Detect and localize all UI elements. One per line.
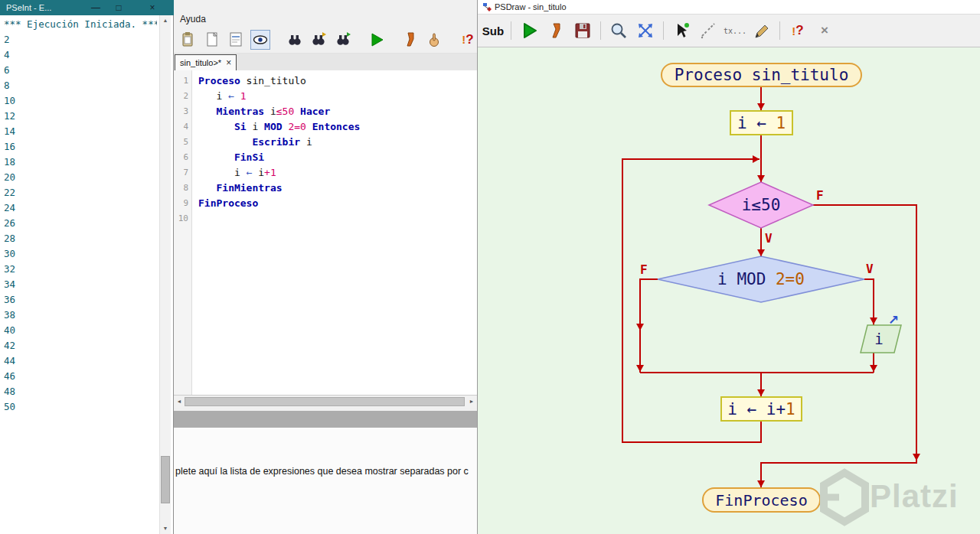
flow-start-node[interactable]: Proceso sin_titulo: [661, 63, 862, 87]
code-line: Proceso sin_titulo: [198, 73, 477, 89]
help-button[interactable]: !?: [459, 30, 477, 50]
view-flowchart-eye-icon[interactable]: [250, 30, 270, 50]
binoculars-icon-svg: [286, 31, 304, 49]
psdraw-step-button[interactable]: [544, 19, 567, 42]
step-debug-icon[interactable]: [309, 30, 328, 50]
help-question-icon: ?: [466, 32, 473, 47]
console-line: 6: [4, 63, 157, 78]
psdraw-help-button[interactable]: !?: [786, 19, 809, 42]
console-line: 32: [4, 262, 157, 277]
scroll-down-icon[interactable]: ▼: [160, 523, 171, 534]
psdraw-window: PSDraw - sin_titulo Sub: [477, 0, 980, 534]
toolbar-separator: [511, 21, 511, 40]
while-true-label: V: [765, 231, 773, 246]
psdraw-toolbar: Sub tx...: [478, 14, 980, 47]
paste-icon[interactable]: [178, 30, 197, 50]
console-line: 46: [4, 369, 157, 384]
output-parallelogram[interactable]: [861, 325, 901, 353]
line-number: 6: [174, 150, 191, 165]
zoom-icon[interactable]: [607, 19, 630, 42]
flow-end-node[interactable]: FinProceso: [702, 487, 821, 513]
code-text[interactable]: Proceso sin_titulo i ← 1 Mientras i≤50 H…: [192, 70, 477, 395]
console-titlebar[interactable]: PSeInt - E... — □ ×: [0, 0, 174, 15]
psdraw-step-icon: [546, 21, 566, 41]
tab-label: sin_titulo>*: [180, 58, 221, 67]
console-window: PSeInt - E... — □ × *** Ejecución Inicia…: [0, 0, 174, 534]
save-button[interactable]: [571, 19, 594, 42]
fit-view-icon-svg: [635, 21, 655, 41]
splitter-bar[interactable]: [174, 411, 477, 428]
console-line: 16: [4, 139, 157, 155]
console-line: 30: [4, 246, 157, 262]
code-line: i ← i+1: [198, 165, 477, 181]
text-tool-button[interactable]: tx...: [724, 19, 746, 42]
code-editor[interactable]: 12345678910 Proceso sin_titulo i ← 1 Mie…: [174, 70, 477, 395]
console-line: 26: [4, 216, 157, 231]
psdraw-run-button[interactable]: [518, 19, 541, 42]
maximize-icon[interactable]: □: [112, 0, 126, 15]
tab-sin-titulo[interactable]: sin_titulo>* ×: [175, 54, 237, 70]
scroll-left-icon[interactable]: ◄: [174, 396, 185, 408]
fit-view-icon[interactable]: [634, 19, 657, 42]
trace-debug-icon[interactable]: [333, 30, 351, 50]
toolbar-separator: [663, 21, 664, 40]
dashed-line-tool-icon[interactable]: [697, 19, 720, 42]
select-pointer-icon[interactable]: [670, 19, 693, 42]
flow-assign-i-1-node[interactable]: i ← 1: [730, 110, 793, 135]
console-line: 10: [4, 93, 157, 109]
binoculars-icon[interactable]: [286, 30, 304, 50]
console-scrollbar[interactable]: ▲ ▼: [159, 15, 171, 534]
psdraw-run-icon: [519, 21, 539, 41]
menu-ayuda[interactable]: Ayuda: [180, 14, 206, 24]
edit-pencil-icon[interactable]: [750, 19, 773, 42]
flow-assign-increment-node[interactable]: i ← i+1: [720, 396, 802, 422]
text-tool-label: tx...: [724, 27, 746, 35]
console-line: 20: [4, 170, 157, 185]
console-line: 42: [4, 338, 157, 353]
subprocess-button[interactable]: Sub: [482, 19, 505, 42]
console-title: PSeInt - E...: [6, 0, 51, 15]
horizontal-scrollbar[interactable]: ◄ ►: [174, 395, 477, 408]
close-icon[interactable]: ×: [145, 0, 159, 15]
psdraw-close-button[interactable]: ×: [813, 19, 836, 42]
line-number: 8: [174, 181, 191, 196]
console-line: 2: [4, 32, 157, 47]
console-line: 22: [4, 185, 157, 200]
line-number: 1: [174, 73, 191, 89]
platzi-watermark-text: Platzi: [870, 478, 959, 515]
pencil-icon-svg: [752, 21, 772, 41]
code-line: FinSi: [198, 150, 477, 165]
step-debug-icon-svg: [309, 31, 328, 49]
save-floppy-icon: [573, 21, 593, 41]
tab-close-icon[interactable]: ×: [226, 59, 231, 67]
if-true-label: V: [866, 262, 874, 276]
eye-icon-svg: [251, 31, 270, 49]
tab-bar: sin_titulo>* ×: [174, 54, 477, 70]
step-run-icon[interactable]: [400, 30, 419, 50]
hand-icon-svg: [425, 31, 443, 49]
scroll-right-icon[interactable]: ►: [466, 396, 477, 408]
hand-execute-icon[interactable]: [425, 30, 443, 50]
code-line: [198, 211, 477, 226]
psdraw-titlebar[interactable]: PSDraw - sin_titulo: [478, 0, 980, 14]
scroll-up-icon[interactable]: ▲: [160, 15, 171, 26]
hscrollbar-thumb[interactable]: [185, 397, 465, 406]
while-decision-diamond[interactable]: [709, 182, 813, 228]
console-line: 34: [4, 277, 157, 292]
print-preview-icon[interactable]: [227, 30, 245, 50]
console-line: *** Ejecución Iniciada. ***: [4, 17, 157, 32]
flow-connectors: [478, 47, 980, 534]
menu-bar: Ayuda: [174, 0, 477, 26]
console-line: 36: [4, 292, 157, 308]
console-line: 8: [4, 78, 157, 93]
doc-icon-svg: [203, 31, 221, 49]
line-number: 9: [174, 196, 191, 211]
scrollbar-thumb[interactable]: [161, 456, 170, 503]
new-document-icon[interactable]: [202, 30, 220, 50]
run-button[interactable]: [367, 30, 385, 50]
help-panel-text: plete aquí la lista de expresiones que d…: [175, 466, 479, 477]
minimize-icon[interactable]: —: [89, 0, 103, 15]
flowchart-canvas[interactable]: Proceso sin_titulo i ← 1 i≤50 i MOD 2=0 …: [478, 47, 980, 534]
if-decision-diamond[interactable]: [658, 256, 864, 302]
console-line: 38: [4, 308, 157, 323]
